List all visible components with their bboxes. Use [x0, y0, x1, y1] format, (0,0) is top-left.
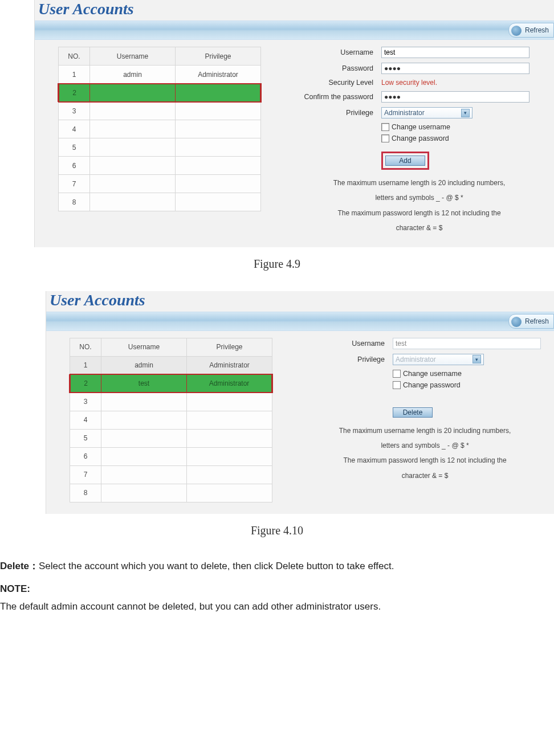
- col-privilege-header: Privilege: [176, 47, 261, 66]
- user-accounts-panel-1: User Accounts Refresh NO. Username Privi…: [34, 0, 554, 247]
- table-row[interactable]: 2testAdministrator: [70, 374, 272, 393]
- table-cell: Administrator: [176, 66, 261, 84]
- delete-button-wrap: Delete: [393, 407, 433, 418]
- table-cell: 8: [70, 484, 101, 502]
- accounts-table: NO. Username Privilege 1adminAdministrat…: [69, 338, 273, 502]
- password-input[interactable]: ●●●●: [381, 63, 529, 74]
- table-cell: [90, 120, 176, 138]
- table-row[interactable]: 5: [59, 138, 261, 157]
- table-cell: [90, 84, 176, 102]
- table-cell: [187, 447, 272, 465]
- accounts-table-body-2: 1adminAdministrator2testAdministrator345…: [70, 356, 272, 502]
- privilege-label: Privilege: [296, 355, 393, 363]
- table-row[interactable]: 1adminAdministrator: [59, 66, 261, 84]
- change-password-checkbox[interactable]: [393, 381, 401, 389]
- table-cell: [187, 411, 272, 429]
- change-username-checkbox[interactable]: [381, 123, 389, 131]
- table-cell: 4: [59, 120, 90, 138]
- page-title: User Accounts: [35, 0, 554, 21]
- table-row[interactable]: 6: [70, 447, 272, 465]
- refresh-button[interactable]: Refresh: [508, 23, 554, 38]
- col-no-header: NO.: [70, 338, 101, 356]
- privilege-select[interactable]: Administrator ▾: [381, 107, 472, 118]
- delete-button[interactable]: Delete: [393, 407, 433, 418]
- table-row[interactable]: 8: [70, 484, 272, 502]
- table-row[interactable]: 5: [70, 429, 272, 447]
- table-cell: 3: [59, 102, 90, 120]
- table-row[interactable]: 1adminAdministrator: [70, 356, 272, 374]
- table-row[interactable]: 8: [59, 193, 261, 211]
- table-cell: 1: [70, 356, 101, 374]
- table-cell: admin: [101, 356, 187, 374]
- table-cell: [176, 193, 261, 211]
- table-cell: 7: [59, 175, 90, 193]
- confirm-password-label: Confirm the password: [284, 93, 381, 101]
- username-label: Username: [284, 48, 381, 56]
- table-cell: [187, 465, 272, 484]
- table-cell: 4: [70, 411, 101, 429]
- table-cell: [101, 465, 187, 484]
- table-cell: 2: [70, 374, 101, 393]
- table-cell: [176, 120, 261, 138]
- username-input[interactable]: [393, 338, 541, 349]
- table-row[interactable]: 4: [70, 411, 272, 429]
- toolbar: Refresh: [46, 312, 554, 331]
- table-cell: 6: [59, 157, 90, 175]
- table-cell: admin: [90, 66, 176, 84]
- table-cell: [90, 157, 176, 175]
- table-cell: 6: [70, 447, 101, 465]
- confirm-password-input[interactable]: ●●●●: [381, 91, 529, 103]
- table-row[interactable]: 7: [70, 465, 272, 484]
- table-cell: 2: [59, 84, 90, 102]
- add-button[interactable]: Add: [385, 156, 425, 166]
- privilege-label: Privilege: [284, 109, 381, 117]
- accounts-table: NO. Username Privilege 1adminAdministrat…: [58, 47, 262, 211]
- refresh-label: Refresh: [525, 26, 549, 34]
- toolbar: Refresh: [35, 21, 554, 40]
- table-cell: [90, 193, 176, 211]
- privilege-select-value: Administrator: [396, 355, 436, 363]
- delete-instruction: Delete：Select the account which you want…: [0, 558, 554, 575]
- table-cell: [101, 447, 187, 465]
- col-privilege-header: Privilege: [187, 338, 272, 356]
- table-cell: [176, 84, 261, 102]
- privilege-select-value: Administrator: [384, 109, 425, 117]
- note-text: The default admin account cannot be dele…: [0, 598, 554, 616]
- change-username-label: Change username: [403, 370, 462, 378]
- privilege-select[interactable]: Administrator ▾: [393, 354, 484, 365]
- change-password-label: Change password: [403, 381, 461, 389]
- table-cell: test: [101, 374, 187, 393]
- table-cell: [176, 138, 261, 157]
- table-row[interactable]: 7: [59, 175, 261, 193]
- hint-text: The maximum username length is 20 includ…: [296, 423, 554, 484]
- table-row[interactable]: 3: [70, 393, 272, 411]
- add-button-highlight: Add: [381, 152, 429, 170]
- change-username-checkbox[interactable]: [393, 370, 401, 378]
- accounts-table-body-1: 1adminAdministrator2345678: [59, 66, 261, 211]
- table-cell: [90, 138, 176, 157]
- change-password-checkbox[interactable]: [381, 134, 389, 142]
- change-username-label: Change username: [392, 123, 450, 131]
- table-cell: [101, 393, 187, 411]
- user-accounts-panel-2: User Accounts Refresh NO. Username Privi…: [46, 291, 554, 514]
- table-cell: [187, 484, 272, 502]
- table-row[interactable]: 4: [59, 120, 261, 138]
- page-title: User Accounts: [46, 291, 554, 312]
- table-cell: [176, 157, 261, 175]
- table-cell: 8: [59, 193, 90, 211]
- table-cell: 1: [59, 66, 90, 84]
- chevron-down-icon: ▾: [461, 109, 470, 117]
- col-no-header: NO.: [59, 47, 90, 66]
- password-label: Password: [284, 64, 381, 72]
- username-input[interactable]: [381, 47, 529, 58]
- hint-text: The maximum username length is 20 includ…: [284, 175, 554, 236]
- col-username-header: Username: [101, 338, 187, 356]
- table-cell: [176, 175, 261, 193]
- table-row[interactable]: 2: [59, 84, 261, 102]
- table-cell: 5: [70, 429, 101, 447]
- table-row[interactable]: 6: [59, 157, 261, 175]
- table-cell: [176, 102, 261, 120]
- refresh-button[interactable]: Refresh: [508, 314, 554, 329]
- table-cell: [101, 429, 187, 447]
- table-row[interactable]: 3: [59, 102, 261, 120]
